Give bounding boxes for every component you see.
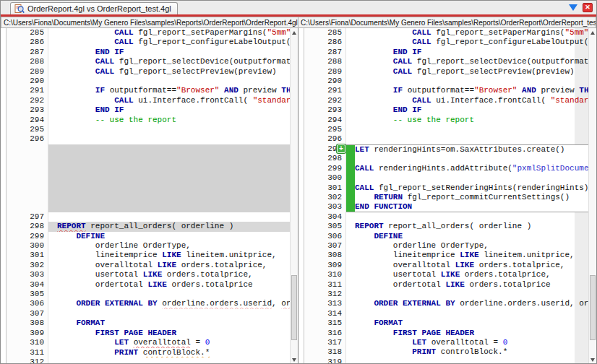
right-vertical-scrollbar[interactable] — [588, 28, 596, 364]
code-line[interactable]: 319 — [298, 358, 596, 364]
line-number: 291 — [304, 86, 346, 95]
code-line[interactable]: 294 -- use the report — [298, 116, 596, 125]
line-number: 285 — [7, 28, 48, 38]
code-line[interactable]: 312 — [1, 358, 298, 364]
code-line[interactable]: 298 — [298, 154, 596, 163]
code-line[interactable]: 300 orderline OrderType, — [1, 241, 298, 251]
code-line[interactable]: 298REPORT report_all_orders( orderline ) — [1, 222, 298, 231]
code-line[interactable]: 287 END IF — [1, 48, 298, 57]
change-bar — [48, 105, 57, 115]
left-scrollbar-thumb[interactable] — [291, 275, 297, 340]
code-line[interactable]: 309 overalltotal LIKE orders.totalprice, — [298, 261, 596, 270]
code-text: lineitemprice LIKE lineitem.unitprice, — [57, 251, 298, 260]
code-line[interactable]: 290 — [298, 77, 596, 86]
change-bar — [346, 116, 355, 125]
scroll-down-icon[interactable] — [589, 356, 596, 364]
code-text: overalltotal LIKE orders.totalprice, — [57, 261, 298, 270]
code-line[interactable]: 288 CALL fgl_report_selectDevice(outputf… — [298, 57, 596, 66]
code-line[interactable]: 300 — [298, 173, 596, 183]
line-number: 285 — [304, 28, 346, 38]
code-text: END IF — [57, 48, 298, 57]
code-line[interactable]: 316 FIRST PAGE HEADER — [298, 329, 596, 338]
right-scrollbar-thumb[interactable] — [590, 275, 596, 340]
code-text: RETURN fgl_report_commitCurrentSettings(… — [355, 193, 596, 202]
code-line[interactable]: 318 PRINT controlBlock.* — [298, 347, 596, 357]
code-line[interactable]: 303END FUNCTION — [298, 202, 596, 212]
code-line[interactable]: 289 CALL fgl_report_selectPreview(previe… — [1, 67, 298, 77]
code-line[interactable]: 312 — [298, 290, 596, 299]
code-line[interactable]: 296 — [298, 134, 596, 144]
code-line[interactable]: 293 END IF — [1, 105, 298, 115]
code-line[interactable]: 306 ORDER EXTERNAL BY orderline.orders.u… — [1, 299, 298, 308]
code-line[interactable]: 291 IF outputformat=="Browser" AND previ… — [298, 86, 596, 95]
code-line[interactable]: 303 usertotal LIKE orders.totalprice, — [1, 270, 298, 280]
code-line[interactable]: 307 orderline OrderType, — [298, 241, 596, 251]
code-line[interactable]: 306 DEFINE — [298, 232, 596, 241]
close-button[interactable]: ✕ — [583, 3, 593, 12]
code-line[interactable]: 294 -- use the report — [1, 116, 298, 125]
code-line[interactable]: 313 ORDER EXTERNAL BY orderline.orders.u… — [298, 299, 596, 308]
code-line[interactable]: 301CALL fgl_report_setRenderingHints(ren… — [298, 183, 596, 193]
code-line[interactable]: 301 lineitemprice LIKE lineitem.unitpric… — [1, 251, 298, 260]
added-block-icon[interactable]: + — [337, 144, 345, 153]
code-line[interactable]: 311 PRINT controlBlock.* — [1, 348, 298, 358]
code-line[interactable]: 311 ordertotal LIKE orders.totalprice — [298, 280, 596, 290]
code-line[interactable]: 290 — [1, 77, 298, 86]
line-number: 289 — [304, 67, 346, 77]
code-text — [355, 212, 596, 222]
code-line[interactable]: 297LET renderingHints=om.SaxAttributes.c… — [298, 144, 596, 154]
code-line[interactable]: 310 LET overalltotal = 0 — [1, 338, 298, 347]
diff-tab[interactable]: OrderReport.4gl vs OrderReport_test.4gl — [10, 2, 178, 14]
code-line[interactable]: 302 overalltotal LIKE orders.totalprice, — [1, 261, 298, 270]
code-line[interactable]: 291 IF outputformat=="Browser" AND previ… — [1, 86, 298, 95]
code-line[interactable]: 309 FIRST PAGE HEADER — [1, 329, 298, 338]
code-line[interactable]: 293 END IF — [298, 105, 596, 115]
code-line[interactable]: 295 — [1, 125, 298, 134]
code-line[interactable]: 302 RETURN fgl_report_commitCurrentSetti… — [298, 193, 596, 202]
scroll-up-icon[interactable] — [291, 29, 298, 37]
code-line[interactable]: 308 FORMAT — [1, 318, 298, 328]
line-number: 301 — [304, 183, 346, 193]
left-vertical-scrollbar[interactable] — [290, 28, 298, 364]
code-line[interactable]: 292 CALL ui.Interface.frontCall( "standa… — [298, 96, 596, 105]
code-line[interactable]: 297 — [1, 212, 298, 222]
marker-margin — [1, 290, 7, 299]
change-bar — [48, 134, 57, 144]
code-line[interactable]: 308 lineitemprice LIKE lineitem.unitpric… — [298, 251, 596, 260]
scroll-up-icon[interactable] — [589, 29, 596, 37]
code-line[interactable]: 286 CALL fgl_report_configureLabelOutput… — [298, 38, 596, 47]
code-line[interactable]: 299 DEFINE — [1, 232, 298, 241]
code-line[interactable]: 305REPORT report_all_orders( orderline ) — [298, 222, 596, 231]
code-text — [57, 77, 298, 86]
marker-margin — [298, 164, 304, 173]
code-line[interactable]: 305 — [1, 290, 298, 299]
code-line[interactable]: 295 — [298, 125, 596, 134]
code-line[interactable]: 288 CALL fgl_report_selectDevice(outputf… — [1, 57, 298, 66]
marker-margin — [298, 57, 304, 66]
code-line[interactable]: 315 FORMAT — [298, 318, 596, 328]
code-line[interactable]: 292 CALL ui.Interface.frontCall( "standa… — [1, 96, 298, 105]
collapse-panel-icon[interactable] — [569, 4, 577, 11]
code-line[interactable]: 304 ordertotal LIKE orders.totalprice — [1, 280, 298, 290]
code-text: orderline OrderType, — [355, 241, 596, 251]
line-number: 306 — [7, 299, 48, 308]
change-bar — [48, 212, 57, 222]
scroll-down-icon[interactable] — [291, 356, 298, 364]
marker-margin — [1, 116, 7, 125]
code-line[interactable]: 289 CALL fgl_report_selectPreview(previe… — [298, 67, 596, 77]
change-bar — [48, 318, 57, 328]
code-line[interactable]: 304 — [298, 212, 596, 222]
code-line[interactable]: 310 usertotal LIKE orders.totalprice, — [298, 270, 596, 280]
added-change-bar — [346, 144, 355, 154]
code-line[interactable]: 286 CALL fgl_report_configureLabelOutput… — [1, 38, 298, 47]
code-text — [355, 125, 596, 134]
code-line[interactable]: 314 — [298, 309, 596, 318]
code-line[interactable]: 317 LET overalltotal = 0 — [298, 338, 596, 347]
code-line[interactable]: 287 END IF — [298, 48, 596, 57]
code-line[interactable]: 307 — [1, 309, 298, 318]
code-line[interactable]: 285 CALL fgl_report_setPaperMargins("5mm… — [1, 28, 298, 38]
code-line[interactable]: 299CALL renderingHints.addAttribute("pxm… — [298, 164, 596, 173]
marker-margin — [298, 261, 304, 270]
code-line[interactable]: 296 — [1, 134, 298, 144]
code-line[interactable]: 285 CALL fgl_report_setPaperMargins("5mm… — [298, 28, 596, 38]
